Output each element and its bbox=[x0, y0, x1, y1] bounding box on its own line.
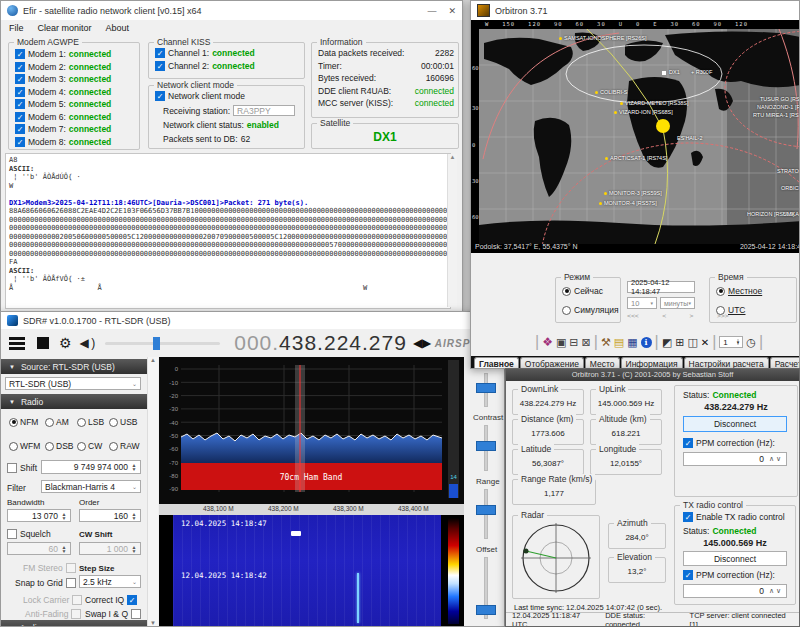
modem-row[interactable]: ✓Modem 6:connected bbox=[15, 112, 111, 122]
source-section-header[interactable]: ▼Source: RTL-SDR (USB) bbox=[1, 359, 147, 374]
rx-disconnect-button[interactable]: Disconnect bbox=[683, 416, 787, 432]
frequency-digits[interactable]: 438.224.279 bbox=[279, 331, 407, 354]
tx-enable-checkbox[interactable]: ✓ bbox=[683, 512, 693, 522]
modem-row[interactable]: ✓Modem 5:connected bbox=[15, 99, 111, 109]
tx-ppm-spinner[interactable]: 0∧ ∨ bbox=[683, 584, 787, 598]
mode-am-radio[interactable] bbox=[45, 418, 54, 427]
channel-row[interactable]: ✓Channel 1:connected bbox=[155, 48, 255, 58]
satellite-label[interactable]: DX1 bbox=[669, 69, 680, 75]
mode-nfm-radio[interactable] bbox=[9, 418, 18, 427]
gear-icon[interactable]: ⚙ bbox=[59, 335, 72, 351]
menu-clear-monitor[interactable]: Clear monitor bbox=[38, 23, 92, 33]
modem-row[interactable]: ✓Modem 1:connected bbox=[15, 49, 111, 59]
tools-icon[interactable]: ⚒ bbox=[601, 336, 611, 349]
mode-raw-radio[interactable] bbox=[109, 442, 118, 451]
open-file-icon[interactable]: ▤ bbox=[614, 336, 624, 349]
step-size-select[interactable]: 2.5 kHz⌄ bbox=[79, 575, 141, 588]
satellite-label[interactable]: VIZARD-ION [RS68S] bbox=[614, 109, 673, 115]
sdr-titlebar[interactable]: SDR# v1.0.0.1700 - RTL-SDR (USB) bbox=[1, 312, 504, 329]
table-view-icon[interactable]: ⊞ bbox=[675, 336, 684, 349]
minimize-button[interactable]: — bbox=[427, 6, 436, 16]
efir-titlebar[interactable]: Efir - satellite radio network client [v… bbox=[1, 1, 462, 20]
receiving-station-input[interactable]: RA3PPY bbox=[233, 105, 295, 116]
close-window-icon[interactable]: ⊠ bbox=[582, 336, 591, 349]
tune-step-arrows[interactable]: ◀▶ bbox=[413, 336, 431, 350]
screenshot-icon[interactable]: ▣ bbox=[556, 336, 566, 349]
offset-slider[interactable] bbox=[472, 557, 498, 619]
zoom-slider[interactable] bbox=[472, 373, 498, 407]
panel-scrollbar[interactable]: ▲▼ bbox=[147, 357, 158, 627]
step-unit-select[interactable]: минуты▾ bbox=[660, 297, 695, 309]
mode-now-radio[interactable]: Сейчас bbox=[562, 286, 603, 296]
info-icon[interactable]: ℹ bbox=[641, 337, 652, 348]
fm-stereo-checkbox[interactable] bbox=[66, 563, 76, 573]
filter-select[interactable]: Blackman-Harris 4⌄ bbox=[41, 480, 141, 493]
delete-icon[interactable]: ✕ bbox=[701, 337, 709, 348]
mode-wfm-radio[interactable] bbox=[9, 442, 18, 451]
menu-about[interactable]: About bbox=[106, 23, 130, 33]
satellite-label[interactable]: + R300F bbox=[691, 69, 712, 75]
rx-ppm-spinner[interactable]: 0∧ ∨ bbox=[683, 452, 787, 466]
multiview-select[interactable]: 1▾ bbox=[719, 336, 743, 348]
menu-file[interactable]: File bbox=[9, 23, 24, 33]
swap-iq-checkbox[interactable] bbox=[131, 609, 141, 619]
rx-ppm-checkbox[interactable]: ✓ bbox=[683, 438, 693, 448]
order-spinner[interactable]: 160▲▼ bbox=[79, 509, 141, 522]
time-local-radio[interactable]: Местное bbox=[716, 286, 762, 296]
satellite-label[interactable]: STRATOSAT-TK1 [RS52S] bbox=[777, 168, 800, 174]
speaker-icon[interactable]: ◀ ) bbox=[80, 336, 96, 350]
time-nav-buttons[interactable]: <<< < > >>> bbox=[627, 312, 695, 320]
waterfall-display[interactable]: 12.04.2025 14:18:47 12.04.2025 14:18:42 bbox=[159, 515, 464, 627]
correct-iq-checkbox[interactable]: ✓ bbox=[127, 595, 137, 605]
minimize-window-icon[interactable]: ⊟ bbox=[569, 336, 578, 349]
orbitron-titlebar[interactable]: Orbitron 3.71 bbox=[471, 1, 799, 20]
satellite-label[interactable]: ORBICRAFT-ZORKIY bbox=[781, 185, 800, 191]
save-icon[interactable]: ▦ bbox=[627, 336, 637, 349]
menu-icon[interactable] bbox=[9, 337, 25, 350]
mode-sim-radio[interactable]: Симуляция bbox=[562, 305, 619, 315]
satellite-label[interactable]: ARCTICSAT-1 [RS74S] bbox=[605, 155, 667, 161]
monitor-scrollbar[interactable]: ▲ bbox=[447, 154, 457, 307]
volume-slider[interactable] bbox=[105, 342, 220, 345]
datetime-field[interactable]: 2025-04-12 14:18:47 bbox=[627, 281, 695, 293]
bandwidth-spinner[interactable]: 13 070▲▼ bbox=[7, 509, 71, 522]
snap-to-grid-checkbox[interactable] bbox=[66, 578, 76, 588]
satellite-label[interactable]: SAMSAT-IONOSPHERE [RS26S] bbox=[559, 35, 646, 41]
satellite-label[interactable]: MONITOR-3 [RS59S] bbox=[604, 190, 662, 196]
tx-disconnect-button[interactable]: Disconnect bbox=[683, 551, 787, 566]
satellite-label[interactable]: COLIBRI-S bbox=[595, 89, 628, 95]
audio-section-header[interactable]: ▶Audio bbox=[1, 620, 147, 627]
modem-row[interactable]: ✓Modem 7:connected bbox=[15, 124, 111, 134]
cw-shift-spinner[interactable]: 1 000▲▼ bbox=[79, 542, 141, 555]
mode-usb-radio[interactable] bbox=[109, 418, 118, 427]
tx-ppm-checkbox[interactable]: ✓ bbox=[683, 570, 693, 580]
mode-dsb-radio[interactable] bbox=[45, 442, 54, 451]
mode-lsb-radio[interactable] bbox=[77, 418, 86, 427]
satellite-label[interactable]: RTU MIREA-1 [RS51S] bbox=[753, 112, 800, 118]
packet-monitor[interactable]: A8 ASCII: ¦ ''b' ÂÒÅdÚÔ{ · W DX1>Modem3>… bbox=[5, 153, 451, 309]
satellite-label[interactable]: TUSUR GO [RS78S] bbox=[760, 96, 800, 102]
split-view-icon[interactable]: ◫ bbox=[687, 336, 697, 349]
modem-row[interactable]: ✓Modem 3:connected bbox=[15, 74, 111, 84]
time-utc-radio[interactable]: UTC bbox=[716, 305, 745, 315]
anti-fading-checkbox[interactable] bbox=[71, 609, 81, 619]
squelch-checkbox[interactable] bbox=[7, 529, 17, 539]
satellite-label[interactable]: VIZARD-METEO [RS38S] bbox=[620, 100, 689, 106]
radio-section-header[interactable]: ▼Radio bbox=[1, 394, 147, 409]
clock-icon[interactable]: ◷ bbox=[746, 336, 756, 349]
spectrum-display[interactable]: 0-10 -20-30 -40-50 -60-70 -80-90 70cm Ha… bbox=[159, 357, 464, 504]
satellite-label[interactable]: NANOZOND-1 [RS49S] bbox=[757, 104, 800, 110]
frequency-display[interactable]: 000.438.224.279 bbox=[234, 331, 407, 355]
satellite-setup-icon[interactable]: ❖ bbox=[542, 335, 553, 349]
level-meter[interactable]: 14 bbox=[448, 360, 459, 498]
satellite-label[interactable]: MONITOR-4 [RS57S] bbox=[599, 200, 657, 206]
stop-icon[interactable] bbox=[37, 337, 49, 349]
map-view-icon[interactable]: ◩ bbox=[662, 336, 672, 349]
lock-carrier-checkbox[interactable] bbox=[72, 595, 82, 605]
step-value-select[interactable]: 10▾ bbox=[627, 297, 657, 309]
modem-row[interactable]: ✓Modem 8:connected bbox=[15, 137, 111, 147]
satellite-label[interactable]: ES'HAIL-2 bbox=[677, 135, 703, 141]
close-button[interactable]: ✕ bbox=[448, 6, 456, 16]
shift-spinner[interactable]: 9 749 974 000▲▼ bbox=[41, 460, 141, 474]
contrast-slider[interactable] bbox=[472, 425, 498, 471]
